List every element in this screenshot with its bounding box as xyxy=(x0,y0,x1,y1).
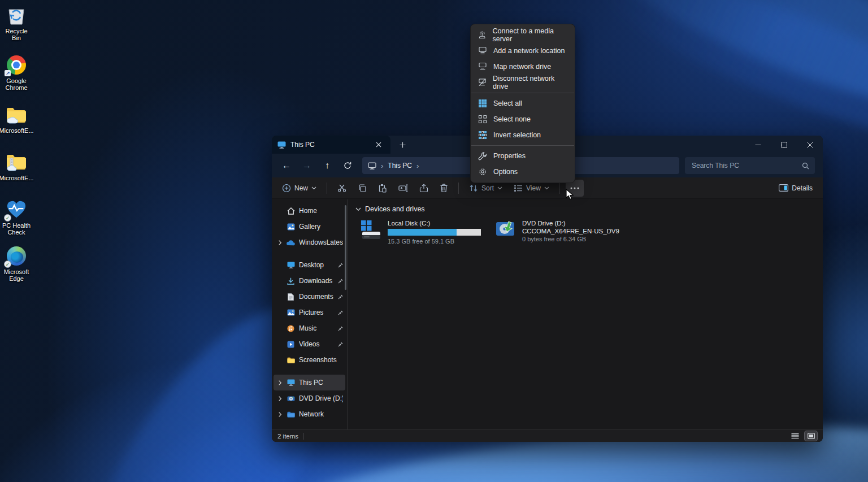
desktop-icon-microsoft-folder[interactable]: MicrosoftE... xyxy=(0,104,33,134)
chevron-right-icon[interactable] xyxy=(277,240,283,245)
desktop-icon-recycle-bin[interactable]: Recycle Bin xyxy=(0,5,33,41)
group-header-label: Devices and drives xyxy=(365,205,425,213)
pin-icon xyxy=(338,326,343,331)
sidebar-item-home[interactable]: Home xyxy=(274,203,345,219)
desktop-icon-microsoft-edge[interactable]: ✓ Microsoft Edge xyxy=(0,245,33,282)
paste-button[interactable] xyxy=(374,180,392,197)
desktop-icon-label: MicrosoftE... xyxy=(0,127,34,134)
menu-item-label: Add a network location xyxy=(493,47,565,55)
music-icon xyxy=(286,325,296,332)
chevron-right-icon[interactable] xyxy=(277,380,283,385)
chevron-right-icon[interactable] xyxy=(277,412,283,417)
sidebar-item-pictures[interactable]: Pictures xyxy=(274,305,345,320)
sidebar-scrollbar[interactable] xyxy=(345,205,346,290)
wallpaper-petal xyxy=(540,0,868,141)
drive-dvd-d[interactable]: DVD Drive (D:) CCCOMA_X64FRE_EN-US_DV9 0… xyxy=(496,220,619,245)
dvd-drive-icon xyxy=(496,220,517,239)
downloads-icon xyxy=(286,277,296,285)
documents-icon xyxy=(286,293,296,301)
select-none-icon xyxy=(478,115,487,124)
refresh-button[interactable] xyxy=(338,157,357,174)
new-tab-button[interactable] xyxy=(396,138,409,151)
share-button[interactable] xyxy=(415,180,433,197)
paste-icon xyxy=(378,184,387,193)
menu-item-invert-selection[interactable]: Invert selection xyxy=(471,127,575,143)
network-location-icon xyxy=(478,46,487,55)
desktop-icon-microsoft-zip-folder[interactable]: MicrosoftE... xyxy=(0,151,33,181)
details-view-toggle[interactable] xyxy=(789,431,801,441)
menu-item-select-all[interactable]: Select all xyxy=(471,95,575,111)
sidebar-item-documents[interactable]: Documents xyxy=(274,289,345,305)
pin-icon xyxy=(338,263,343,268)
map-drive-icon xyxy=(478,62,487,71)
cut-button[interactable] xyxy=(333,180,351,197)
drive-name: DVD Drive (D:) xyxy=(522,220,619,227)
large-icons-view-toggle[interactable] xyxy=(805,431,817,441)
properties-wrench-icon xyxy=(478,151,487,160)
content-area: Devices and drives Local Disk (C:) xyxy=(348,199,823,429)
sidebar-item-label: Videos xyxy=(299,340,335,348)
list-view-icon xyxy=(791,433,799,439)
sidebar-item-this-pc[interactable]: This PC xyxy=(274,375,345,390)
drive-local-disk-c[interactable]: Local Disk (C:) 15.3 GB free of 59.1 GB xyxy=(360,220,481,245)
drive-free-space: 0 bytes free of 6.34 GB xyxy=(522,236,619,242)
menu-item-add-network-location[interactable]: Add a network location xyxy=(471,43,575,59)
menu-item-select-none[interactable]: Select none xyxy=(471,111,575,127)
chevron-right-icon: › xyxy=(381,162,383,170)
menu-item-label: Disconnect network drive xyxy=(493,75,567,90)
menu-item-options[interactable]: Options xyxy=(471,164,575,180)
status-bar: 2 items xyxy=(272,429,823,442)
menu-item-connect-media-server[interactable]: Connect to a media server xyxy=(471,27,575,43)
sidebar-item-label: Music xyxy=(299,324,335,332)
folder-icon xyxy=(286,357,296,363)
search-box[interactable] xyxy=(685,157,815,174)
delete-button[interactable] xyxy=(435,180,453,197)
chevron-right-icon[interactable] xyxy=(277,396,283,401)
minimize-button[interactable] xyxy=(745,136,771,154)
sidebar-item-desktop[interactable]: Desktop xyxy=(274,257,345,273)
copy-button[interactable] xyxy=(353,180,371,197)
thumbnail-view-icon xyxy=(808,433,815,439)
menu-item-properties[interactable]: Properties xyxy=(471,148,575,164)
group-header-devices-and-drives[interactable]: Devices and drives xyxy=(355,205,815,213)
recycle-bin-icon xyxy=(6,5,27,26)
desktop: Recycle Bin ↗ Google Chrome MicrosoftE..… xyxy=(0,0,868,482)
this-pc-icon xyxy=(286,379,296,386)
sidebar-item-videos[interactable]: Videos xyxy=(274,336,345,352)
more-ellipsis-icon xyxy=(570,187,579,189)
rename-button[interactable] xyxy=(394,180,413,197)
sidebar-item-music[interactable]: Music xyxy=(274,320,345,336)
tab-this-pc[interactable]: This PC xyxy=(272,136,390,154)
pin-icon xyxy=(338,342,343,347)
sidebar-item-windowslatest[interactable]: WindowsLatest xyxy=(274,235,345,250)
sidebar-item-label: Pictures xyxy=(299,309,335,316)
menu-item-map-network-drive[interactable]: Map network drive xyxy=(471,59,575,75)
sidebar-item-network[interactable]: Network xyxy=(274,406,345,422)
breadcrumb-item-this-pc[interactable]: This PC xyxy=(388,162,412,170)
sidebar-item-screenshots[interactable]: Screenshots xyxy=(274,352,345,368)
sidebar-item-label: Screenshots xyxy=(299,356,343,364)
sidebar-item-gallery[interactable]: Gallery xyxy=(274,219,345,235)
new-button[interactable]: New xyxy=(277,180,321,197)
tab-close-icon[interactable] xyxy=(372,138,385,151)
desktop-icon-chrome[interactable]: ↗ Google Chrome xyxy=(0,54,33,91)
close-button[interactable] xyxy=(797,136,823,154)
sidebar-item-dvd-drive[interactable]: DVD Drive (D:) C xyxy=(274,390,345,406)
toolbar-separator xyxy=(559,183,560,194)
search-input[interactable] xyxy=(691,161,802,170)
desktop-icon-pc-health-check[interactable]: ✓ PC Health Check xyxy=(0,199,33,236)
menu-item-disconnect-network-drive[interactable]: Disconnect network drive xyxy=(471,75,575,90)
disconnect-drive-icon xyxy=(478,78,487,87)
up-button[interactable]: ↑ xyxy=(318,157,336,174)
menu-item-label: Options xyxy=(493,168,518,176)
menu-item-label: Select all xyxy=(493,99,522,107)
trash-icon xyxy=(440,184,448,193)
maximize-button[interactable] xyxy=(771,136,797,154)
sidebar-item-downloads[interactable]: Downloads xyxy=(274,273,345,289)
details-pane-icon xyxy=(779,184,788,192)
desktop-icon-label: Google Chrome xyxy=(0,77,33,91)
details-pane-button[interactable]: Details xyxy=(774,180,817,197)
forward-button[interactable]: → xyxy=(298,157,316,174)
menu-item-label: Properties xyxy=(493,152,526,160)
back-button[interactable]: ← xyxy=(277,157,296,174)
